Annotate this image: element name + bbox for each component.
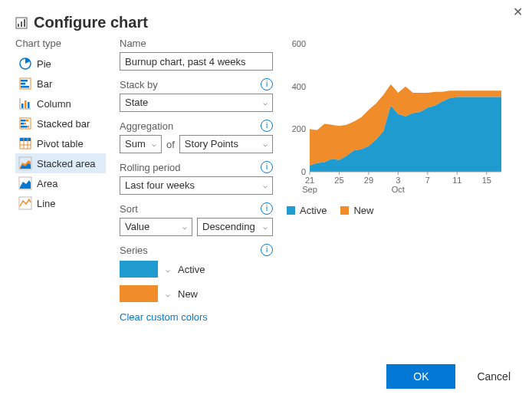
chart-type-area[interactable]: Area xyxy=(15,173,106,193)
legend-label: Active xyxy=(300,205,327,216)
chart-type-list: Chart type Pie Bar Column Stacked bar Pi… xyxy=(15,38,106,323)
stackby-label: Stack by xyxy=(120,79,158,90)
chevron-down-icon: ⌵ xyxy=(263,94,268,112)
info-icon[interactable]: i xyxy=(261,161,273,173)
svg-rect-3 xyxy=(24,19,25,27)
svg-text:600: 600 xyxy=(292,39,306,48)
svg-rect-6 xyxy=(21,80,28,82)
chart-type-label: Pie xyxy=(37,58,51,70)
aggregation-func-select[interactable]: Sum⌵ xyxy=(120,135,162,153)
legend-swatch xyxy=(287,206,295,215)
svg-rect-1 xyxy=(18,24,19,27)
close-icon[interactable]: ✕ xyxy=(513,5,523,19)
svg-text:11: 11 xyxy=(452,176,461,185)
series-label: Series xyxy=(120,245,148,256)
clear-custom-colors-link[interactable]: Clear custom colors xyxy=(120,311,273,323)
aggregation-field-select[interactable]: Story Points⌵ xyxy=(179,135,273,153)
svg-rect-8 xyxy=(21,86,29,88)
info-icon[interactable]: i xyxy=(261,244,273,256)
svg-rect-7 xyxy=(21,83,25,85)
svg-rect-18 xyxy=(24,123,26,125)
chart-preview: 0200400600212529371115SepOct xyxy=(287,38,509,199)
config-form: Name Burnup chart, past 4 weeks Stack by… xyxy=(120,38,273,323)
chart-type-label: Stacked bar xyxy=(37,118,90,130)
svg-text:Oct: Oct xyxy=(392,185,405,194)
stacked-area-icon xyxy=(18,156,32,170)
legend-item-new: New xyxy=(340,205,373,216)
chevron-down-icon[interactable]: ⌵ xyxy=(166,265,170,274)
chart-preview-panel: 0200400600212529371115SepOct Active New xyxy=(287,38,517,323)
legend-swatch xyxy=(340,206,349,215)
svg-rect-11 xyxy=(21,104,24,108)
stackby-select[interactable]: State⌵ xyxy=(120,94,273,112)
chart-type-pie[interactable]: Pie xyxy=(15,54,106,74)
svg-text:7: 7 xyxy=(425,176,430,185)
pivot-icon xyxy=(18,136,32,150)
series-color-swatch[interactable] xyxy=(120,285,158,302)
rolling-label: Rolling period xyxy=(120,162,181,173)
chevron-down-icon: ⌵ xyxy=(263,135,268,153)
rolling-select[interactable]: Last four weeks⌵ xyxy=(120,176,273,195)
svg-rect-16 xyxy=(25,120,28,122)
info-icon[interactable]: i xyxy=(261,120,273,132)
svg-text:Sep: Sep xyxy=(302,185,317,194)
chart-type-line[interactable]: Line xyxy=(15,193,106,213)
configure-chart-dialog: { "title": "Configure chart", "close_too… xyxy=(0,0,532,401)
chart-type-label: Pivot table xyxy=(37,138,84,150)
dialog-footer: OK Cancel xyxy=(386,364,517,389)
chevron-down-icon: ⌵ xyxy=(263,218,268,236)
svg-text:25: 25 xyxy=(334,176,343,185)
series-item-active: ⌵ Active xyxy=(120,259,273,279)
chart-type-label: Stacked area xyxy=(37,158,96,169)
name-label: Name xyxy=(120,38,146,49)
sort-label: Sort xyxy=(120,203,138,215)
info-icon[interactable]: i xyxy=(261,202,273,215)
info-icon[interactable]: i xyxy=(261,78,273,90)
dialog-title: Configure chart xyxy=(34,14,148,31)
svg-text:3: 3 xyxy=(396,176,400,185)
line-icon xyxy=(18,196,32,210)
svg-rect-13 xyxy=(28,102,30,108)
stacked-bar-icon xyxy=(18,117,32,130)
name-input[interactable]: Burnup chart, past 4 weeks xyxy=(120,52,273,71)
svg-rect-15 xyxy=(21,120,25,122)
series-item-new: ⌵ New xyxy=(120,284,273,304)
cancel-button[interactable]: Cancel xyxy=(471,370,517,383)
chart-type-column[interactable]: Column xyxy=(15,94,106,113)
chevron-down-icon: ⌵ xyxy=(263,176,268,195)
column-icon xyxy=(18,97,32,110)
svg-text:200: 200 xyxy=(292,124,306,133)
bar-icon xyxy=(18,77,32,90)
svg-rect-17 xyxy=(21,123,24,125)
chart-config-icon xyxy=(15,17,28,29)
chart-type-label: Area xyxy=(37,178,57,189)
area-icon xyxy=(18,176,32,190)
sort-field-select[interactable]: Value⌵ xyxy=(120,218,192,236)
aggregation-label: Aggregation xyxy=(120,120,173,132)
legend-label: New xyxy=(353,205,373,216)
chart-type-pivot-table[interactable]: Pivot table xyxy=(15,133,106,153)
chart-type-bar[interactable]: Bar xyxy=(15,74,106,94)
svg-rect-20 xyxy=(27,126,29,128)
of-label: of xyxy=(166,139,175,150)
chart-type-stacked-area[interactable]: Stacked area xyxy=(15,153,106,173)
chart-type-stacked-bar[interactable]: Stacked bar xyxy=(15,113,106,133)
ok-button[interactable]: OK xyxy=(386,364,455,389)
svg-text:15: 15 xyxy=(482,176,491,185)
legend-item-active: Active xyxy=(287,205,327,216)
svg-rect-2 xyxy=(21,21,22,27)
chart-type-heading: Chart type xyxy=(15,38,106,49)
chart-type-label: Bar xyxy=(37,78,52,90)
chart-type-label: Line xyxy=(37,198,56,209)
svg-text:21: 21 xyxy=(305,176,314,185)
sort-dir-select[interactable]: Descending⌵ xyxy=(197,218,273,236)
chart-type-label: Column xyxy=(37,98,71,110)
svg-text:400: 400 xyxy=(292,82,306,91)
series-name: Active xyxy=(178,264,205,275)
svg-rect-19 xyxy=(21,126,27,128)
chevron-down-icon[interactable]: ⌵ xyxy=(166,290,170,298)
svg-rect-22 xyxy=(20,138,31,141)
chevron-down-icon: ⌵ xyxy=(152,135,156,153)
chevron-down-icon: ⌵ xyxy=(182,218,187,236)
series-color-swatch[interactable] xyxy=(120,261,158,278)
